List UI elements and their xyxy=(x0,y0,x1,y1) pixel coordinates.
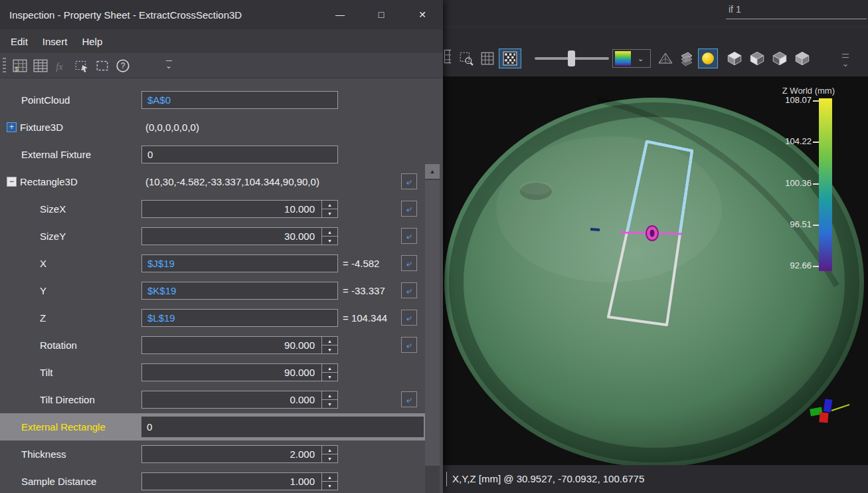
property-row: Tilt90.000▲▼ xyxy=(0,359,425,386)
computed-value: = -33.337 xyxy=(343,277,385,304)
property-row: Y$K$19= -33.337⤶ xyxy=(0,277,425,304)
spinner-up-button[interactable]: ▲ xyxy=(322,201,337,209)
point-size-slider-handle[interactable] xyxy=(568,50,575,66)
table-view-icon[interactable] xyxy=(31,56,50,75)
legend-tick-mark xyxy=(813,100,819,102)
field-value: 2.000 xyxy=(142,446,337,462)
maximize-button[interactable]: □ xyxy=(361,0,402,29)
property-row: Z$L$19= 104.344⤶ xyxy=(0,304,425,332)
spinner-down-button[interactable]: ▼ xyxy=(322,345,337,353)
spinner-buttons: ▲▼ xyxy=(321,446,337,462)
property-label: PointCloud xyxy=(21,86,70,114)
spinner-down-button[interactable]: ▼ xyxy=(322,209,337,217)
cell-link-button[interactable]: ⤶ xyxy=(401,337,417,353)
select-region-icon[interactable] xyxy=(72,56,91,75)
property-toolbar: $ fx ? ⌄ xyxy=(0,53,443,78)
field-value: 90.000 xyxy=(142,364,337,381)
colormap-swatch-icon xyxy=(615,51,631,66)
cell-link-button[interactable]: ⤶ xyxy=(401,173,417,189)
property-label: SizeY xyxy=(40,223,66,250)
legend-tick-mark xyxy=(813,266,819,267)
property-label: Rectangle3D xyxy=(20,168,78,195)
spinner-down-button[interactable]: ▼ xyxy=(322,454,337,462)
property-label: Tilt xyxy=(40,359,52,386)
computed-value: = 104.344 xyxy=(343,304,387,332)
cell-link-button[interactable]: ⤶ xyxy=(401,255,417,271)
zoom-region-icon[interactable] xyxy=(456,49,476,68)
cell-link-button[interactable]: ⤶ xyxy=(401,201,417,217)
wireframe-view-icon[interactable] xyxy=(655,49,675,68)
number-field[interactable]: 30.000▲▼ xyxy=(141,227,338,245)
minimize-button[interactable]: — xyxy=(319,0,361,29)
field-value: $J$19 xyxy=(142,255,337,272)
legend-tick-label: 104.22 xyxy=(785,136,812,146)
computed-value: = -4.582 xyxy=(343,250,379,277)
toolbar-overflow-chevron-icon[interactable]: ⌄ xyxy=(163,60,174,70)
clipped-toolbar-icon[interactable] xyxy=(443,49,451,68)
cell-link-button[interactable]: ⤶ xyxy=(401,282,417,298)
3d-viewport[interactable]: Z World (mm) 108.07104.22100.3696.5192.6… xyxy=(443,76,868,465)
help-icon[interactable]: ? xyxy=(114,56,132,75)
legend-tick-mark xyxy=(813,142,819,143)
scrollbar[interactable]: ▲ xyxy=(425,164,440,493)
number-field[interactable]: 10.000▲▼ xyxy=(141,200,338,218)
menu-bar: Edit Insert Help xyxy=(0,29,443,53)
spinner-up-button[interactable]: ▲ xyxy=(322,391,337,400)
spinner-up-button[interactable]: ▲ xyxy=(322,473,337,482)
view-cube-left-icon[interactable] xyxy=(747,49,767,68)
menu-insert[interactable]: Insert xyxy=(43,36,68,47)
field-value: $A$0 xyxy=(142,92,337,108)
cell-link-button[interactable]: ⤶ xyxy=(401,310,417,326)
spinner-up-button[interactable]: ▲ xyxy=(322,337,337,345)
view-cube-right-icon[interactable] xyxy=(770,49,790,68)
toolbar-overflow-chevron-icon[interactable]: ⌄ xyxy=(840,54,851,68)
colormap-dropdown[interactable]: ⌄ xyxy=(612,49,651,68)
spinner-down-button[interactable]: ▼ xyxy=(322,482,337,490)
spinner-up-button[interactable]: ▲ xyxy=(322,364,337,373)
expand-icon[interactable]: + xyxy=(7,122,17,132)
surface-layers-icon[interactable] xyxy=(677,49,697,68)
property-row: Sample Distance1.000▲▼ xyxy=(0,468,425,493)
number-field[interactable]: 90.000▲▼ xyxy=(141,363,338,381)
number-field[interactable]: 2.000▲▼ xyxy=(141,445,338,463)
cell-link-button[interactable]: ⤶ xyxy=(401,391,417,407)
spinner-buttons: ▲▼ xyxy=(321,201,337,217)
text-field[interactable]: $J$19 xyxy=(141,254,338,272)
scroll-up-button[interactable]: ▲ xyxy=(425,164,440,179)
spinner-down-button[interactable]: ▼ xyxy=(322,400,337,408)
view-cube-iso-icon[interactable] xyxy=(792,49,812,68)
cell-link-button[interactable]: ⤶ xyxy=(401,228,417,244)
grid-tool-icon[interactable] xyxy=(477,49,497,68)
point-density-icon[interactable] xyxy=(499,49,521,68)
title-bar[interactable]: Inspection - Property Sheet - ExtractCro… xyxy=(0,0,443,29)
spinner-down-button[interactable]: ▼ xyxy=(322,373,337,381)
spinner-buttons: ▲▼ xyxy=(321,391,337,408)
menu-edit[interactable]: Edit xyxy=(11,36,28,47)
window-title: Inspection - Property Sheet - ExtractCro… xyxy=(0,9,242,21)
number-field[interactable]: 1.000▲▼ xyxy=(141,472,338,490)
text-field[interactable]: 0 xyxy=(141,417,424,437)
spreadsheet-view-icon[interactable]: $ xyxy=(11,56,29,75)
toolbar-grip[interactable] xyxy=(3,58,6,74)
field-value: $K$19 xyxy=(142,282,337,299)
collapse-icon[interactable]: − xyxy=(7,177,17,187)
select-marquee-icon[interactable] xyxy=(93,56,112,75)
menu-help[interactable]: Help xyxy=(82,36,102,47)
text-field[interactable]: $L$19 xyxy=(141,309,338,327)
text-field[interactable]: 0 xyxy=(141,146,338,163)
text-field[interactable]: $A$0 xyxy=(141,91,338,109)
number-field[interactable]: 0.000▲▼ xyxy=(141,391,338,409)
text-field[interactable]: $K$19 xyxy=(141,282,338,300)
spinner-up-button[interactable]: ▲ xyxy=(322,446,337,454)
spinner-down-button[interactable]: ▼ xyxy=(322,237,337,245)
property-row: +Fixture3D(0,0,0,0,0,0) xyxy=(0,114,425,141)
shaded-points-icon[interactable] xyxy=(698,49,718,68)
close-button[interactable]: ✕ xyxy=(402,0,443,29)
number-field[interactable]: 90.000▲▼ xyxy=(141,336,338,354)
view-tab-label[interactable]: if 1 xyxy=(726,4,867,19)
scrollbar-thumb[interactable] xyxy=(425,180,440,466)
spinner-up-button[interactable]: ▲ xyxy=(322,228,337,237)
view-cube-top-icon[interactable] xyxy=(725,49,744,68)
legend-tick-mark xyxy=(813,183,819,185)
property-row: External Rectangle0 xyxy=(0,413,425,441)
